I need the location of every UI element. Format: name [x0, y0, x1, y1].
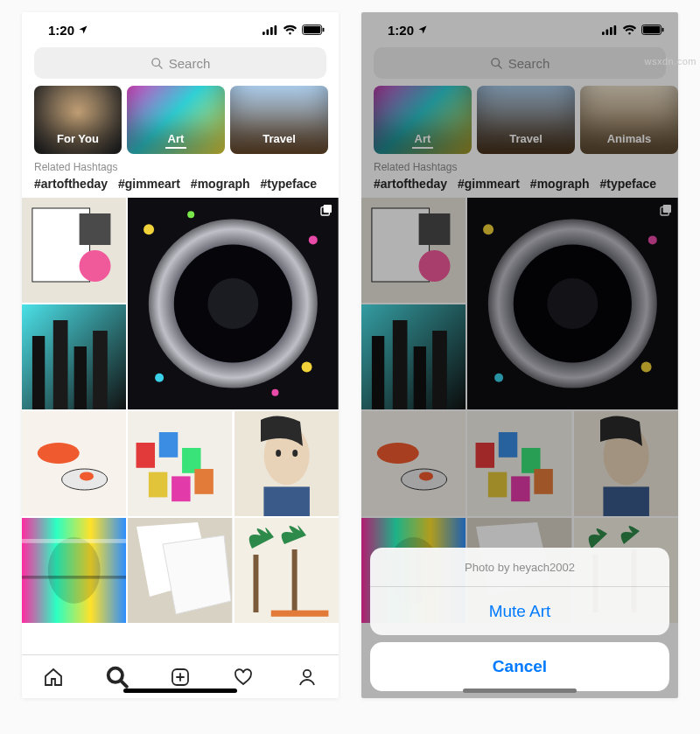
- svg-rect-61: [291, 549, 297, 612]
- cellular-icon: [262, 25, 278, 35]
- tab-profile[interactable]: [296, 666, 318, 689]
- tab-activity[interactable]: [232, 666, 255, 689]
- home-indicator[interactable]: [123, 689, 237, 693]
- svg-point-26: [309, 235, 318, 244]
- svg-point-27: [155, 374, 164, 382]
- category-for-you[interactable]: For You: [34, 86, 122, 154]
- hashtag[interactable]: #mograph: [191, 177, 250, 191]
- svg-point-39: [80, 472, 94, 480]
- svg-point-37: [38, 443, 80, 464]
- related-label: Related Hashtags: [34, 161, 326, 173]
- svg-rect-45: [172, 476, 190, 501]
- location-icon: [78, 24, 88, 35]
- status-time: 1:20: [48, 23, 74, 38]
- action-mute[interactable]: Mute Art: [370, 586, 669, 635]
- svg-rect-32: [32, 336, 45, 409]
- grid-post[interactable]: [22, 411, 126, 516]
- battery-icon: [302, 24, 325, 35]
- selected-indicator: [165, 147, 186, 149]
- svg-point-24: [208, 278, 259, 329]
- category-strip[interactable]: For You Art Travel: [22, 86, 339, 154]
- explore-grid: [22, 198, 339, 654]
- grid-post[interactable]: [22, 304, 126, 409]
- wifi-icon: [283, 24, 298, 35]
- svg-rect-54: [22, 539, 126, 543]
- watermark: wsxdn.com: [644, 56, 696, 66]
- search-input[interactable]: Search: [34, 47, 326, 79]
- related-hashtags: Related Hashtags #artoftheday #gimmeart …: [22, 154, 339, 192]
- grid-post[interactable]: [128, 411, 232, 516]
- grid-post[interactable]: [234, 518, 339, 623]
- action-sheet-header: Photo by heyach2002: [370, 548, 669, 586]
- grid-post-featured[interactable]: [128, 198, 339, 409]
- hashtag[interactable]: #artoftheday: [34, 177, 108, 191]
- grid-post[interactable]: [22, 518, 126, 623]
- svg-point-53: [48, 537, 101, 604]
- svg-point-25: [144, 224, 154, 234]
- hashtag[interactable]: #gimmeart: [118, 177, 180, 191]
- action-sheet: Photo by heyach2002 Mute Art Cancel: [370, 548, 669, 691]
- grid-post[interactable]: [22, 198, 126, 303]
- grid-post[interactable]: [128, 518, 232, 623]
- svg-point-29: [188, 211, 195, 218]
- hashtag[interactable]: #typeface: [261, 177, 318, 191]
- svg-rect-33: [53, 320, 68, 409]
- svg-rect-44: [149, 472, 167, 498]
- svg-rect-41: [136, 443, 155, 468]
- svg-rect-60: [253, 555, 258, 612]
- svg-rect-51: [263, 486, 310, 516]
- svg-rect-34: [74, 346, 87, 409]
- category-label: For You: [57, 132, 99, 145]
- svg-point-19: [80, 250, 111, 282]
- home-indicator[interactable]: [463, 689, 577, 693]
- carousel-icon: [319, 203, 333, 217]
- svg-rect-42: [159, 432, 178, 458]
- tab-add[interactable]: [169, 666, 192, 689]
- svg-rect-62: [270, 611, 328, 617]
- svg-rect-36: [22, 411, 126, 516]
- category-travel[interactable]: Travel: [230, 86, 328, 154]
- category-label: Art: [168, 132, 185, 145]
- tab-home[interactable]: [42, 666, 65, 689]
- search-placeholder: Search: [169, 56, 211, 71]
- svg-point-28: [302, 362, 312, 373]
- category-art[interactable]: Art: [127, 86, 225, 154]
- right-screen: 1:20 Search Art Travel: [361, 12, 678, 698]
- category-label: Travel: [262, 132, 296, 145]
- search-icon: [150, 57, 164, 70]
- svg-rect-35: [93, 331, 108, 409]
- grid-post[interactable]: [234, 411, 339, 516]
- svg-rect-20: [80, 213, 111, 245]
- status-bar: 1:20: [22, 12, 339, 47]
- svg-point-30: [272, 389, 279, 396]
- left-screen: 1:20 Search For You Art: [22, 12, 339, 698]
- action-cancel[interactable]: Cancel: [370, 642, 669, 691]
- svg-point-50: [292, 450, 298, 457]
- svg-point-49: [276, 450, 281, 457]
- svg-rect-55: [22, 576, 126, 579]
- svg-rect-46: [195, 469, 214, 494]
- tab-explore[interactable]: [106, 666, 129, 689]
